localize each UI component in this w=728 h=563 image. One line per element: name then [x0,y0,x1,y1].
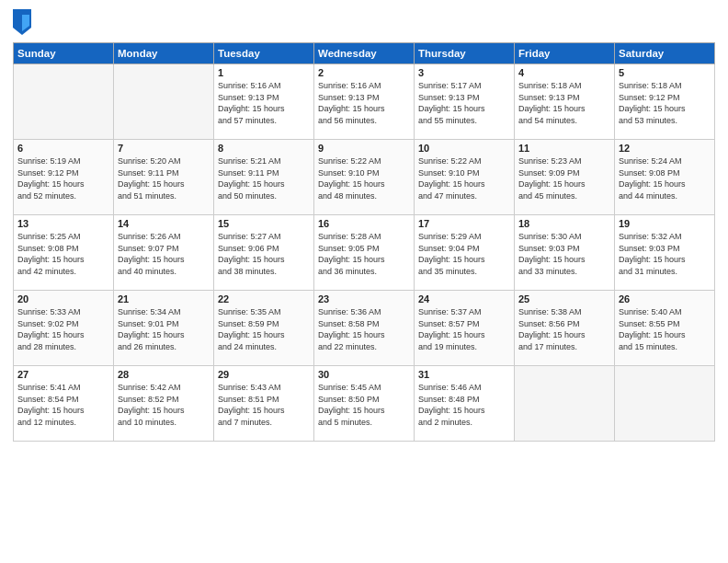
week-row-5: 27Sunrise: 5:41 AM Sunset: 8:54 PM Dayli… [14,366,715,442]
calendar-cell: 19Sunrise: 5:32 AM Sunset: 9:03 PM Dayli… [615,215,715,291]
calendar-cell: 7Sunrise: 5:20 AM Sunset: 9:11 PM Daylig… [114,140,214,215]
day-info: Sunrise: 5:17 AM Sunset: 9:13 PM Dayligh… [418,80,510,126]
calendar-cell: 27Sunrise: 5:41 AM Sunset: 8:54 PM Dayli… [14,366,114,442]
day-info: Sunrise: 5:22 AM Sunset: 9:10 PM Dayligh… [318,155,410,201]
calendar-cell [114,64,214,140]
calendar-cell [14,64,114,140]
calendar-cell: 10Sunrise: 5:22 AM Sunset: 9:10 PM Dayli… [415,140,515,215]
day-number: 27 [17,369,109,380]
day-info: Sunrise: 5:24 AM Sunset: 9:08 PM Dayligh… [619,155,711,201]
calendar-cell: 25Sunrise: 5:38 AM Sunset: 8:56 PM Dayli… [515,291,615,366]
day-number: 28 [118,369,210,380]
day-info: Sunrise: 5:16 AM Sunset: 9:13 PM Dayligh… [318,80,410,126]
calendar-cell: 21Sunrise: 5:34 AM Sunset: 9:01 PM Dayli… [114,291,214,366]
day-info: Sunrise: 5:18 AM Sunset: 9:12 PM Dayligh… [619,80,711,126]
calendar-cell: 29Sunrise: 5:43 AM Sunset: 8:51 PM Dayli… [214,366,314,442]
page: SundayMondayTuesdayWednesdayThursdayFrid… [0,0,728,563]
day-number: 22 [218,293,310,304]
week-row-1: 1Sunrise: 5:16 AM Sunset: 9:13 PM Daylig… [14,64,715,140]
calendar-cell: 3Sunrise: 5:17 AM Sunset: 9:13 PM Daylig… [415,64,515,140]
day-number: 10 [418,143,510,154]
day-number: 18 [518,218,610,229]
day-info: Sunrise: 5:28 AM Sunset: 9:05 PM Dayligh… [318,231,410,277]
day-info: Sunrise: 5:16 AM Sunset: 9:13 PM Dayligh… [218,80,310,126]
day-number: 8 [218,143,310,154]
week-row-3: 13Sunrise: 5:25 AM Sunset: 9:08 PM Dayli… [14,215,715,291]
weekday-saturday: Saturday [615,43,715,64]
weekday-thursday: Thursday [415,43,515,64]
calendar-cell: 16Sunrise: 5:28 AM Sunset: 9:05 PM Dayli… [314,215,415,291]
day-info: Sunrise: 5:18 AM Sunset: 9:13 PM Dayligh… [518,80,610,126]
weekday-wednesday: Wednesday [314,43,415,64]
day-number: 4 [518,67,610,78]
calendar-cell: 17Sunrise: 5:29 AM Sunset: 9:04 PM Dayli… [415,215,515,291]
calendar-cell: 9Sunrise: 5:22 AM Sunset: 9:10 PM Daylig… [314,140,415,215]
weekday-header-row: SundayMondayTuesdayWednesdayThursdayFrid… [14,43,715,64]
day-number: 21 [118,293,210,304]
day-number: 15 [218,218,310,229]
header [13,9,715,35]
day-info: Sunrise: 5:33 AM Sunset: 9:02 PM Dayligh… [17,306,109,352]
day-number: 7 [118,143,210,154]
week-row-2: 6Sunrise: 5:19 AM Sunset: 9:12 PM Daylig… [14,140,715,215]
calendar-cell: 23Sunrise: 5:36 AM Sunset: 8:58 PM Dayli… [314,291,415,366]
day-info: Sunrise: 5:25 AM Sunset: 9:08 PM Dayligh… [17,231,109,277]
day-info: Sunrise: 5:34 AM Sunset: 9:01 PM Dayligh… [118,306,210,352]
weekday-sunday: Sunday [14,43,114,64]
weekday-monday: Monday [114,43,214,64]
logo-icon [13,9,31,35]
day-info: Sunrise: 5:38 AM Sunset: 8:56 PM Dayligh… [518,306,610,352]
day-number: 16 [318,218,410,229]
day-info: Sunrise: 5:45 AM Sunset: 8:50 PM Dayligh… [318,382,410,428]
calendar-cell: 4Sunrise: 5:18 AM Sunset: 9:13 PM Daylig… [515,64,615,140]
day-info: Sunrise: 5:30 AM Sunset: 9:03 PM Dayligh… [518,231,610,277]
calendar-table: SundayMondayTuesdayWednesdayThursdayFrid… [13,42,715,442]
calendar-cell: 28Sunrise: 5:42 AM Sunset: 8:52 PM Dayli… [114,366,214,442]
day-number: 23 [318,293,410,304]
day-number: 25 [518,293,610,304]
calendar-cell: 8Sunrise: 5:21 AM Sunset: 9:11 PM Daylig… [214,140,314,215]
day-info: Sunrise: 5:29 AM Sunset: 9:04 PM Dayligh… [418,231,510,277]
calendar-cell: 20Sunrise: 5:33 AM Sunset: 9:02 PM Dayli… [14,291,114,366]
calendar-cell: 14Sunrise: 5:26 AM Sunset: 9:07 PM Dayli… [114,215,214,291]
weekday-tuesday: Tuesday [214,43,314,64]
day-info: Sunrise: 5:42 AM Sunset: 8:52 PM Dayligh… [118,382,210,428]
day-info: Sunrise: 5:35 AM Sunset: 8:59 PM Dayligh… [218,306,310,352]
day-info: Sunrise: 5:22 AM Sunset: 9:10 PM Dayligh… [418,155,510,201]
calendar-cell: 22Sunrise: 5:35 AM Sunset: 8:59 PM Dayli… [214,291,314,366]
calendar-cell: 11Sunrise: 5:23 AM Sunset: 9:09 PM Dayli… [515,140,615,215]
calendar-cell: 30Sunrise: 5:45 AM Sunset: 8:50 PM Dayli… [314,366,415,442]
day-info: Sunrise: 5:26 AM Sunset: 9:07 PM Dayligh… [118,231,210,277]
day-number: 1 [218,67,310,78]
day-info: Sunrise: 5:36 AM Sunset: 8:58 PM Dayligh… [318,306,410,352]
day-info: Sunrise: 5:23 AM Sunset: 9:09 PM Dayligh… [518,155,610,201]
day-number: 6 [17,143,109,154]
day-info: Sunrise: 5:20 AM Sunset: 9:11 PM Dayligh… [118,155,210,201]
day-info: Sunrise: 5:41 AM Sunset: 8:54 PM Dayligh… [17,382,109,428]
day-info: Sunrise: 5:21 AM Sunset: 9:11 PM Dayligh… [218,155,310,201]
day-number: 26 [619,293,711,304]
day-number: 17 [418,218,510,229]
day-number: 3 [418,67,510,78]
calendar-cell: 15Sunrise: 5:27 AM Sunset: 9:06 PM Dayli… [214,215,314,291]
day-number: 14 [118,218,210,229]
week-row-4: 20Sunrise: 5:33 AM Sunset: 9:02 PM Dayli… [14,291,715,366]
day-number: 19 [619,218,711,229]
calendar-cell: 5Sunrise: 5:18 AM Sunset: 9:12 PM Daylig… [615,64,715,140]
day-number: 24 [418,293,510,304]
calendar-cell [615,366,715,442]
day-info: Sunrise: 5:37 AM Sunset: 8:57 PM Dayligh… [418,306,510,352]
day-number: 20 [17,293,109,304]
day-number: 13 [17,218,109,229]
day-info: Sunrise: 5:19 AM Sunset: 9:12 PM Dayligh… [17,155,109,201]
logo [13,9,34,35]
calendar-cell: 24Sunrise: 5:37 AM Sunset: 8:57 PM Dayli… [415,291,515,366]
day-number: 2 [318,67,410,78]
day-number: 5 [619,67,711,78]
day-number: 31 [418,369,510,380]
calendar-cell: 1Sunrise: 5:16 AM Sunset: 9:13 PM Daylig… [214,64,314,140]
day-info: Sunrise: 5:27 AM Sunset: 9:06 PM Dayligh… [218,231,310,277]
calendar-cell: 31Sunrise: 5:46 AM Sunset: 8:48 PM Dayli… [415,366,515,442]
calendar-cell: 26Sunrise: 5:40 AM Sunset: 8:55 PM Dayli… [615,291,715,366]
calendar-cell: 18Sunrise: 5:30 AM Sunset: 9:03 PM Dayli… [515,215,615,291]
